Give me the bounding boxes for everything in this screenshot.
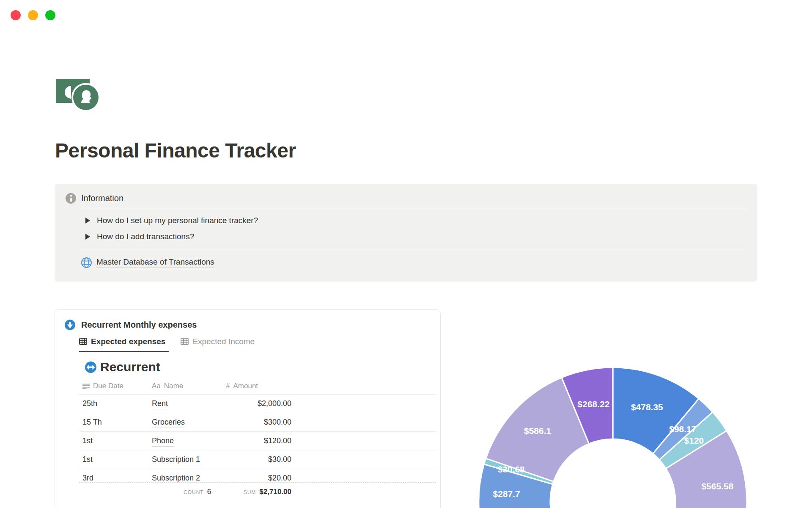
toggle-add-transactions-question[interactable]: How do I add transactions? (85, 232, 194, 241)
due-date-cell[interactable]: 25th (82, 399, 97, 408)
globe-icon (81, 257, 92, 268)
table-icon (181, 338, 189, 345)
due-date-cell[interactable]: 1st (82, 436, 93, 445)
column-label: Amount (233, 382, 258, 390)
amount-cell[interactable]: $300.00 (226, 418, 291, 427)
recurrent-expenses-card: Recurrent Monthly expenses Expected expe… (55, 309, 441, 508)
divider (81, 248, 747, 248)
name-cell[interactable]: Phone (152, 436, 174, 447)
toggle-label: How do I add transactions? (97, 232, 194, 241)
close-button[interactable] (11, 10, 21, 20)
minimize-button[interactable] (28, 10, 38, 20)
column-header-amount[interactable]: # Amount (226, 382, 258, 390)
lines-icon (82, 384, 90, 389)
tab-label: Expected expenses (91, 337, 165, 346)
text-type-icon: Aa (152, 382, 161, 390)
name-cell[interactable]: Subscription 1 (152, 455, 200, 465)
count-label: COUNT (184, 489, 204, 495)
table-row[interactable]: 3rd Subscription 2 $20.00 (79, 469, 437, 482)
table-body: 25th Rent $2,000.00 15 Th Groceries $300… (79, 395, 437, 482)
name-cell[interactable]: Subscription 2 (152, 474, 200, 482)
number-type-icon: # (226, 382, 230, 390)
sum-aggregate[interactable]: SUM $2,710.00 (226, 488, 291, 496)
due-date-cell[interactable]: 1st (82, 455, 93, 464)
table-row[interactable]: 25th Rent $2,000.00 (79, 395, 437, 413)
master-database-link[interactable]: Master Database of Transactions (81, 257, 214, 268)
due-date-cell[interactable]: 3rd (82, 474, 93, 482)
table-row[interactable]: 1st Phone $120.00 (79, 432, 437, 450)
toggle-arrow-icon (85, 234, 90, 240)
table-footer: COUNT 6 SUM $2,710.00 (79, 482, 436, 503)
toggle-arrow-icon (85, 218, 90, 224)
name-cell[interactable]: Rent (152, 399, 168, 409)
zoom-button[interactable] (45, 10, 55, 20)
callout-title: Information (81, 193, 123, 203)
toggle-setup-question[interactable]: How do I set up my personal finance trac… (85, 216, 258, 225)
page-title[interactable]: Personal Finance Tracker (55, 139, 296, 162)
table-icon (79, 338, 87, 345)
section-title: Recurrent (100, 360, 160, 374)
due-date-cell[interactable]: 15 Th (82, 418, 102, 427)
toggle-label: How do I set up my personal finance trac… (97, 216, 258, 225)
amount-cell[interactable]: $20.00 (226, 474, 291, 482)
card-title: Recurrent Monthly expenses (81, 320, 197, 330)
money-banknote-coin-icon (56, 76, 102, 111)
amount-cell[interactable]: $120.00 (226, 436, 291, 445)
window-controls (11, 10, 55, 20)
amount-cell[interactable]: $2,000.00 (226, 399, 291, 408)
sum-label: SUM (244, 489, 256, 495)
link-label: Master Database of Transactions (96, 257, 214, 268)
tab-expected-expenses[interactable]: Expected expenses (79, 336, 171, 352)
tab-label: Expected Income (192, 337, 255, 346)
column-label: Name (164, 382, 183, 390)
name-cell[interactable]: Groceries (152, 418, 185, 428)
expenses-table: Due Date Aa Name # Amount 25th Rent $2,0… (79, 379, 437, 482)
table-row[interactable]: 1st Subscription 1 $30.00 (79, 450, 437, 469)
count-value: 6 (207, 488, 211, 496)
page-icon[interactable] (56, 76, 102, 111)
info-icon (66, 193, 76, 204)
amount-cell[interactable]: $30.00 (226, 455, 291, 464)
information-callout: Information How do I set up my personal … (55, 184, 757, 282)
down-arrow-circle-icon (65, 320, 75, 330)
column-label: Due Date (93, 382, 123, 390)
divider (81, 208, 747, 208)
sum-value: $2,710.00 (259, 488, 291, 496)
table-header-row: Due Date Aa Name # Amount (79, 379, 437, 395)
swap-arrows-circle-icon (85, 362, 96, 373)
column-header-due-date[interactable]: Due Date (82, 382, 123, 390)
count-aggregate[interactable]: COUNT 6 (184, 488, 211, 496)
table-row[interactable]: 15 Th Groceries $300.00 (79, 413, 437, 432)
tab-expected-income[interactable]: Expected Income (181, 336, 261, 352)
tab-bar: Expected expenses Expected Income (79, 336, 431, 352)
column-header-name[interactable]: Aa Name (152, 382, 183, 390)
